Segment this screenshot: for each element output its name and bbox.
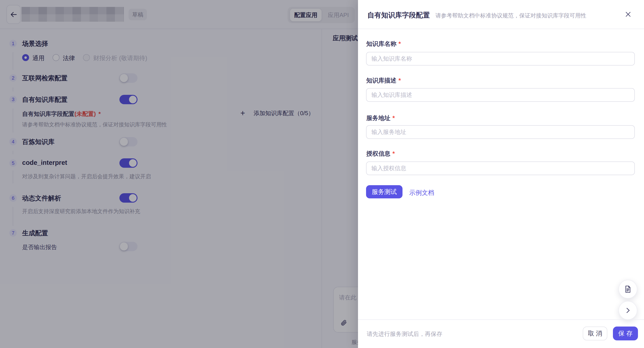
collapse-drawer-button[interactable]	[618, 301, 637, 320]
kb-desc-input[interactable]	[366, 88, 635, 102]
kb-field-config-drawer: 自有知识库字段配置 请参考帮助文档中标准协议规范，保证对接知识库字段可用性 知识…	[358, 0, 644, 348]
drawer-title: 自有知识库字段配置	[368, 10, 430, 20]
service-test-button[interactable]: 服务测试	[366, 185, 402, 198]
kb-name-label-text: 知识库名称	[366, 40, 396, 47]
required-asterisk: *	[398, 40, 401, 47]
example-doc-link[interactable]: 示例文档	[409, 188, 434, 197]
close-button[interactable]	[622, 8, 634, 20]
drawer-header-divider	[358, 29, 644, 29]
service-address-input[interactable]	[366, 125, 635, 139]
drawer-footer-divider	[358, 319, 644, 320]
required-asterisk: *	[392, 150, 395, 157]
required-asterisk: *	[398, 77, 401, 84]
kb-desc-label-text: 知识库描述	[366, 77, 396, 84]
auth-info-label-text: 授权信息	[366, 150, 390, 157]
doc-float-button[interactable]	[618, 280, 637, 298]
kb-desc-label: 知识库描述*	[366, 76, 401, 84]
kb-name-label: 知识库名称*	[366, 40, 401, 48]
auth-info-input[interactable]	[366, 162, 635, 175]
kb-name-input[interactable]	[366, 52, 635, 66]
auth-info-label: 授权信息*	[366, 150, 395, 158]
cancel-button[interactable]: 取 消	[583, 326, 607, 340]
screen: 草稿 配置应用 应用API 应用测试 1 场景选择 通用 法律 财报分析 (敬请…	[0, 0, 644, 348]
document-icon	[624, 285, 632, 294]
footer-hint: 请先进行服务测试后，再保存	[367, 330, 442, 338]
required-asterisk: *	[392, 115, 395, 122]
save-button[interactable]: 保 存	[613, 326, 638, 340]
drawer-subtitle: 请参考帮助文档中标准协议规范，保证对接知识库字段可用性	[435, 12, 586, 19]
service-address-label: 服务地址*	[366, 114, 395, 122]
close-icon	[624, 11, 632, 18]
chevron-right-icon	[624, 306, 632, 314]
service-address-label-text: 服务地址	[366, 115, 390, 122]
